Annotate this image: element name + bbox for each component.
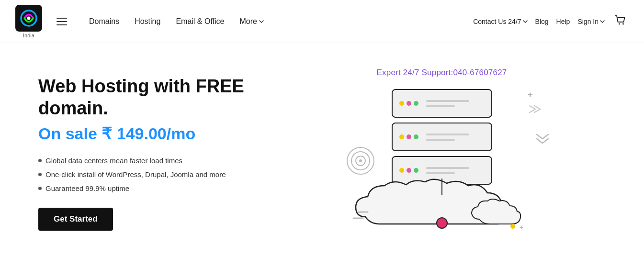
dot-green-2 bbox=[414, 134, 418, 139]
server-dots-3 bbox=[399, 168, 418, 173]
deco-plus-2: + bbox=[528, 90, 533, 100]
dot-pink-1 bbox=[407, 101, 411, 106]
more-chevron-icon bbox=[259, 20, 264, 23]
server-stack bbox=[392, 89, 492, 185]
dot-yellow-2 bbox=[399, 134, 404, 139]
cloud-illustration: + bbox=[351, 176, 533, 234]
support-text: Expert 24/7 Support:040-67607627 bbox=[377, 68, 507, 78]
bullet-icon-1 bbox=[38, 159, 42, 162]
server-dots-2 bbox=[399, 134, 418, 139]
deco-chevron-down bbox=[535, 133, 550, 147]
feature-item-3: Guaranteed 99.9% uptime bbox=[38, 184, 268, 192]
svg-point-12 bbox=[510, 224, 515, 229]
svg-text:+: + bbox=[520, 223, 523, 231]
nav-link-more[interactable]: More bbox=[234, 14, 269, 29]
feature-item-1: Global data centers mean faster load tim… bbox=[38, 156, 268, 165]
svg-point-3 bbox=[622, 23, 624, 24]
svg-point-7 bbox=[359, 159, 362, 162]
server-lines-3 bbox=[426, 167, 485, 174]
server-box-1 bbox=[392, 89, 492, 118]
bullet-icon-3 bbox=[38, 187, 42, 190]
hero-title: Web Hosting with FREE domain. bbox=[38, 76, 268, 119]
nav-signin[interactable]: Sign In bbox=[577, 18, 605, 25]
get-started-button[interactable]: Get Started bbox=[38, 208, 113, 231]
nav-link-hosting[interactable]: Hosting bbox=[129, 14, 166, 29]
logo-wrap[interactable]: India bbox=[15, 5, 42, 38]
hero-section: Web Hosting with FREE domain. On sale ₹ … bbox=[0, 43, 644, 257]
dot-pink-2 bbox=[407, 134, 411, 139]
bullet-icon-2 bbox=[38, 173, 42, 176]
dot-yellow-3 bbox=[399, 168, 404, 173]
feature-item-2: One-click install of WordPress, Drupal, … bbox=[38, 170, 268, 179]
navbar: India Domains Hosting Email & Office Mor… bbox=[0, 0, 644, 43]
svg-point-2 bbox=[619, 23, 620, 24]
hero-features: Global data centers mean faster load tim… bbox=[38, 156, 268, 192]
dot-green-3 bbox=[414, 168, 418, 173]
nav-link-email-office[interactable]: Email & Office bbox=[170, 14, 230, 29]
dot-green-1 bbox=[414, 101, 418, 106]
signin-chevron-icon bbox=[600, 20, 605, 23]
dot-pink-3 bbox=[407, 168, 411, 173]
hero-left: Web Hosting with FREE domain. On sale ₹ … bbox=[38, 76, 268, 231]
contact-chevron-icon bbox=[523, 20, 528, 23]
server-dots-1 bbox=[399, 101, 418, 106]
cart-icon bbox=[614, 14, 627, 27]
nav-link-domains[interactable]: Domains bbox=[83, 14, 125, 29]
server-lines-2 bbox=[426, 134, 485, 141]
cart-button[interactable] bbox=[612, 12, 629, 31]
logo-country: India bbox=[23, 33, 34, 38]
deco-chevron-right bbox=[528, 104, 542, 117]
nav-links: Domains Hosting Email & Office More bbox=[83, 14, 473, 29]
hero-price: On sale ₹ 149.00/mo bbox=[38, 124, 268, 143]
nav-help[interactable]: Help bbox=[556, 18, 570, 25]
nav-blog[interactable]: Blog bbox=[535, 18, 549, 25]
svg-point-9 bbox=[437, 218, 447, 228]
dot-yellow-1 bbox=[399, 101, 404, 106]
nav-right: Contact Us 24/7 Blog Help Sign In bbox=[473, 12, 629, 31]
server-box-2 bbox=[392, 123, 492, 151]
logo-box bbox=[15, 5, 42, 32]
hero-illustration: + + bbox=[327, 85, 557, 238]
hamburger-menu[interactable] bbox=[54, 15, 70, 28]
hero-right: Expert 24/7 Support:040-67607627 + + bbox=[268, 62, 615, 244]
target-deco bbox=[346, 146, 375, 177]
logo-icon bbox=[20, 9, 38, 27]
nav-contact[interactable]: Contact Us 24/7 bbox=[473, 18, 527, 25]
svg-point-1 bbox=[27, 16, 31, 20]
server-lines-1 bbox=[426, 100, 485, 107]
